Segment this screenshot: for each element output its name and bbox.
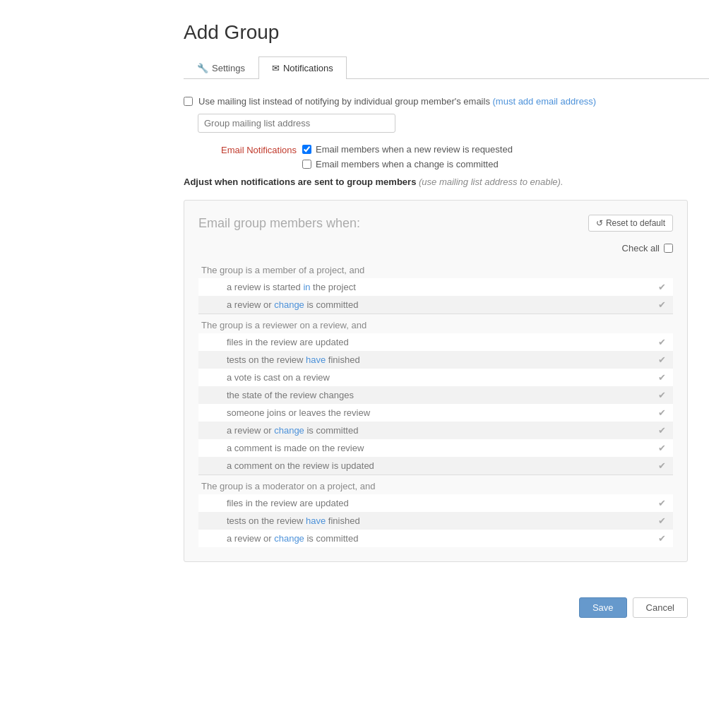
new-review-checkbox-row: Email members when a new review is reque…: [302, 144, 513, 155]
tab-settings[interactable]: 🔧 Settings: [184, 56, 258, 79]
item-check-cell: ✔: [652, 386, 673, 404]
item-check-cell: ✔: [652, 512, 673, 530]
table-row: a review or change is committed ✔: [198, 422, 673, 439]
change-committed-checkbox-row: Email members when a change is committed: [302, 159, 513, 169]
settings-icon: 🔧: [197, 63, 208, 73]
footer-buttons: Save Cancel: [184, 583, 709, 639]
tabs: 🔧 Settings ✉ Notifications: [184, 56, 709, 79]
section-header-moderator-text: The group is a moderator on a project, a…: [198, 475, 673, 495]
table-row: a vote is cast on a review ✔: [198, 369, 673, 386]
notification-table: The group is a member of a project, and …: [198, 259, 673, 547]
checkmark-icon: ✔: [658, 533, 666, 544]
checkmark-icon: ✔: [658, 515, 666, 526]
mailing-list-row: Use mailing list instead of notifying by…: [184, 96, 688, 107]
item-check-cell: ✔: [652, 404, 673, 422]
adjust-main-text: Adjust when notifications are sent to gr…: [184, 177, 416, 187]
checkmark-icon: ✔: [658, 337, 666, 347]
item-check-cell: ✔: [652, 296, 673, 314]
email-group-header: Email group members when: ↺ Reset to def…: [198, 215, 673, 232]
item-check-cell: ✔: [652, 439, 673, 457]
new-review-checkbox[interactable]: [302, 145, 311, 154]
item-text: a review or change is committed: [198, 296, 652, 314]
checkmark-icon: ✔: [658, 390, 666, 400]
checkmark-icon: ✔: [658, 407, 666, 418]
table-row: files in the review are updated ✔: [198, 333, 673, 351]
item-check-cell: ✔: [652, 422, 673, 439]
table-row: a review or change is committed ✔: [198, 296, 673, 314]
section-header-member: The group is a member of a project, and: [198, 259, 673, 278]
checkmark-icon: ✔: [658, 372, 666, 383]
checkmark-icon: ✔: [658, 282, 666, 292]
section-header-moderator: The group is a moderator on a project, a…: [198, 475, 673, 495]
reset-icon: ↺: [596, 218, 603, 228]
item-text: tests on the review have finished: [198, 512, 652, 530]
item-check-cell: ✔: [652, 494, 673, 512]
item-text: someone joins or leaves the review: [198, 404, 652, 422]
mailing-list-address-input[interactable]: [198, 114, 395, 133]
table-row: a review is started in the project ✔: [198, 278, 673, 296]
change-committed-label: Email members when a change is committed: [316, 159, 499, 169]
email-notifications-row: Email Notifications Email members when a…: [184, 144, 688, 169]
table-row: tests on the review have finished ✔: [198, 512, 673, 530]
email-notifications-options: Email members when a new review is reque…: [302, 144, 513, 169]
item-check-cell: ✔: [652, 351, 673, 369]
item-text: a comment on the review is updated: [198, 457, 652, 475]
check-all-row: Check all: [198, 243, 673, 253]
table-row: files in the review are updated ✔: [198, 494, 673, 512]
reset-to-default-button[interactable]: ↺ Reset to default: [588, 215, 673, 232]
checkmark-icon: ✔: [658, 498, 666, 508]
table-row: a comment on the review is updated ✔: [198, 457, 673, 475]
item-check-cell: ✔: [652, 457, 673, 475]
new-review-label: Email members when a new review is reque…: [316, 144, 513, 155]
checkmark-icon: ✔: [658, 443, 666, 453]
email-group-box: Email group members when: ↺ Reset to def…: [184, 200, 688, 562]
save-button[interactable]: Save: [579, 597, 627, 618]
section-header-member-text: The group is a member of a project, and: [198, 259, 673, 278]
item-check-cell: ✔: [652, 530, 673, 547]
item-text: a comment is made on the review: [198, 439, 652, 457]
table-row: someone joins or leaves the review ✔: [198, 404, 673, 422]
email-notifications-label: Email Notifications: [184, 144, 297, 155]
email-group-title: Email group members when:: [198, 216, 360, 231]
checkmark-icon: ✔: [658, 460, 666, 471]
adjust-sub-text: (use mailing list address to enable).: [419, 177, 564, 187]
cancel-button[interactable]: Cancel: [633, 597, 688, 618]
envelope-icon: ✉: [272, 63, 280, 73]
item-text: a vote is cast on a review: [198, 369, 652, 386]
mailing-list-checkbox[interactable]: [184, 97, 193, 106]
item-text: tests on the review have finished: [198, 351, 652, 369]
section-header-reviewer-text: The group is a reviewer on a review, and: [198, 314, 673, 334]
item-text: a review or change is committed: [198, 530, 652, 547]
table-row: a review or change is committed ✔: [198, 530, 673, 547]
mailing-list-label: Use mailing list instead of notifying by…: [198, 96, 596, 107]
item-text: a review or change is committed: [198, 422, 652, 439]
section-header-reviewer: The group is a reviewer on a review, and: [198, 314, 673, 334]
item-text: the state of the review changes: [198, 386, 652, 404]
table-row: a comment is made on the review ✔: [198, 439, 673, 457]
item-check-cell: ✔: [652, 278, 673, 296]
checkmark-icon: ✔: [658, 299, 666, 310]
checkmark-icon: ✔: [658, 425, 666, 436]
adjust-text: Adjust when notifications are sent to gr…: [184, 177, 688, 187]
change-committed-checkbox[interactable]: [302, 160, 311, 169]
tab-notifications[interactable]: ✉ Notifications: [258, 56, 347, 79]
item-check-cell: ✔: [652, 333, 673, 351]
check-all-checkbox[interactable]: [664, 244, 673, 253]
item-check-cell: ✔: [652, 369, 673, 386]
checkmark-icon: ✔: [658, 354, 666, 365]
mailing-list-input-container: [198, 114, 688, 133]
item-text: files in the review are updated: [198, 494, 652, 512]
table-row: tests on the review have finished ✔: [198, 351, 673, 369]
item-text: files in the review are updated: [198, 333, 652, 351]
table-row: the state of the review changes ✔: [198, 386, 673, 404]
page-title: Add Group: [184, 21, 709, 44]
item-text: a review is started in the project: [198, 278, 652, 296]
check-all-label: Check all: [622, 243, 660, 253]
